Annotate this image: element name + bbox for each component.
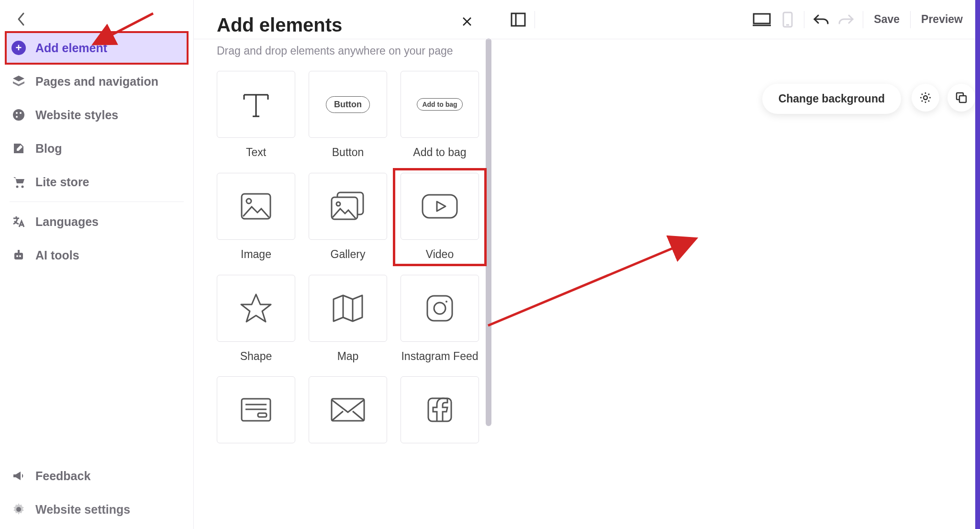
undo-button[interactable] (811, 10, 830, 29)
tile-button[interactable]: Button Button (309, 71, 387, 159)
svg-point-3 (16, 116, 18, 118)
desktop-view-button[interactable] (752, 10, 771, 29)
save-button[interactable]: Save (870, 10, 903, 29)
tile-add-to-bag[interactable]: Add to bag Add to bag (401, 71, 479, 159)
duplicate-button[interactable] (947, 84, 975, 112)
mobile-icon (782, 11, 793, 28)
sidebar-item-label: Website styles (35, 108, 118, 122)
sidebar-item-label: Feedback (35, 469, 90, 483)
button-thumb[interactable]: Button (309, 71, 387, 138)
text-icon (239, 88, 273, 121)
image-thumb[interactable] (217, 173, 295, 240)
video-thumb[interactable] (401, 173, 479, 240)
tile-text[interactable]: Text (217, 71, 295, 159)
instagram-icon (424, 293, 455, 324)
text-thumb[interactable] (217, 71, 295, 138)
section-settings-button[interactable] (912, 84, 939, 112)
shape-thumb[interactable] (217, 275, 295, 342)
sidebar-item-blog[interactable]: Blog (5, 132, 189, 165)
separator (535, 11, 535, 28)
sidebar-item-label: Languages (35, 215, 99, 229)
sidebar-item-label: Website settings (35, 503, 130, 517)
tile-label: Map (337, 349, 359, 363)
svg-point-4 (16, 186, 19, 188)
tile-instagram[interactable]: Instagram Feed (401, 275, 479, 363)
svg-rect-32 (512, 13, 525, 26)
tile-label: Shape (240, 349, 272, 363)
edit-icon (11, 141, 26, 156)
tile-label: Image (241, 248, 271, 261)
sidebar-item-ai[interactable]: AI tools (5, 238, 189, 272)
tile-image[interactable]: Image (217, 173, 295, 261)
sidebar-item-styles[interactable]: Website styles (5, 98, 189, 132)
tile-form[interactable] (217, 376, 295, 443)
separator (910, 11, 911, 28)
svg-point-7 (16, 255, 18, 257)
topbar: Save Preview (194, 0, 980, 39)
form-thumb[interactable] (217, 376, 295, 443)
gallery-icon (330, 191, 366, 222)
section-navigator-button[interactable] (509, 10, 528, 29)
svg-rect-40 (959, 96, 966, 102)
sidebar-item-pages[interactable]: Pages and navigation (5, 65, 189, 98)
svg-rect-34 (754, 14, 770, 23)
tile-label: Instagram Feed (401, 349, 478, 363)
mobile-view-button[interactable] (778, 10, 797, 29)
nav-divider (10, 202, 184, 202)
svg-rect-23 (427, 296, 452, 321)
instagram-thumb[interactable] (401, 275, 479, 342)
right-accent-bar (975, 0, 980, 529)
svg-point-5 (22, 186, 24, 188)
svg-rect-18 (423, 195, 457, 218)
facebook-thumb[interactable] (401, 376, 479, 443)
svg-marker-20 (241, 294, 271, 322)
star-icon (239, 292, 273, 325)
scrollbar-thumb[interactable] (486, 38, 491, 426)
preview-button[interactable]: Preview (917, 10, 967, 29)
tile-label: Gallery (331, 248, 366, 261)
form-icon (239, 396, 273, 424)
tile-email[interactable] (309, 376, 387, 443)
button-chip-icon: Button (326, 96, 370, 113)
email-thumb[interactable] (309, 376, 387, 443)
tile-facebook[interactable] (401, 376, 479, 443)
sidebar-item-label: Add element (35, 41, 107, 55)
tile-gallery[interactable]: Gallery (309, 173, 387, 261)
tile-label: Text (246, 146, 266, 159)
svg-point-8 (19, 255, 21, 257)
back-button[interactable] (14, 12, 29, 26)
sidebar-item-store[interactable]: Lite store (5, 165, 189, 199)
translate-icon (11, 214, 26, 229)
svg-point-14 (246, 199, 251, 203)
sidebar-item-label: Blog (35, 142, 62, 156)
map-thumb[interactable] (309, 275, 387, 342)
redo-button[interactable] (837, 10, 856, 29)
sidebar-item-settings[interactable]: Website settings (5, 493, 189, 526)
svg-rect-6 (14, 253, 23, 259)
svg-point-38 (924, 96, 927, 100)
tile-map[interactable]: Map (309, 275, 387, 363)
tile-label: Add to bag (413, 146, 466, 159)
sidebar-item-add-element[interactable]: + Add element (5, 31, 189, 65)
tile-video[interactable]: Video (401, 173, 479, 261)
separator (804, 11, 804, 28)
tile-shape[interactable]: Shape (217, 275, 295, 363)
facebook-icon (425, 395, 454, 424)
cart-icon (11, 175, 26, 189)
change-background-button[interactable]: Change background (762, 84, 901, 114)
svg-point-24 (434, 303, 445, 314)
tile-label: Video (426, 248, 454, 261)
svg-rect-9 (18, 250, 20, 253)
sidebar-item-feedback[interactable]: Feedback (5, 459, 189, 493)
add-to-bag-chip-icon: Add to bag (417, 98, 462, 111)
palette-icon (11, 108, 26, 122)
desktop-icon (753, 12, 771, 27)
editor-canvas[interactable]: Save Preview Change background (495, 0, 980, 529)
sidebar-item-languages[interactable]: Languages (5, 205, 189, 238)
map-icon (331, 293, 365, 323)
svg-point-1 (16, 112, 18, 114)
svg-point-0 (13, 109, 24, 121)
gallery-thumb[interactable] (309, 173, 387, 240)
tile-label: Button (332, 146, 364, 159)
add-to-bag-thumb[interactable]: Add to bag (401, 71, 479, 138)
